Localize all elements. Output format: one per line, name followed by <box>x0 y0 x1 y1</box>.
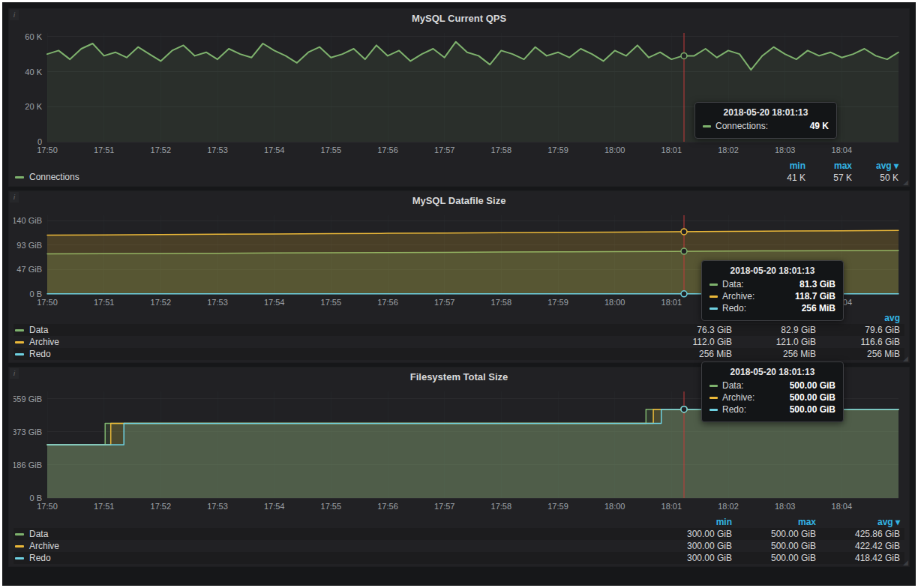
svg-text:17:55: 17:55 <box>321 146 342 154</box>
legend-stat-value: 500.00 GiB <box>736 552 820 564</box>
svg-text:20 K: 20 K <box>25 102 42 111</box>
panel-resize-handle[interactable]: ◢ <box>903 356 908 362</box>
legend-series-name: Data <box>29 325 48 335</box>
svg-text:140 GiB: 140 GiB <box>14 216 42 225</box>
panel-info-icon[interactable]: i <box>10 192 19 202</box>
graph-tooltip: 2018-05-20 18:01:13Connections:49 K <box>694 102 837 139</box>
legend-row: Data300.00 GiB500.00 GiB425.86 GiB <box>14 528 904 540</box>
legend-stat-header-min[interactable]: min <box>764 160 810 172</box>
legend-series-toggle[interactable]: Data <box>14 528 652 540</box>
svg-text:17:53: 17:53 <box>207 298 228 307</box>
tooltip-series-value: 118.7 GiB <box>784 291 836 302</box>
panel-resize-handle[interactable]: ◢ <box>903 560 908 566</box>
legend-stat-header-avg[interactable]: avg ▾ <box>856 160 903 172</box>
svg-text:186 GiB: 186 GiB <box>14 460 42 470</box>
panel-title[interactable]: MySQL Current QPS <box>14 9 904 27</box>
panel-mysql-current-qps: i MySQL Current QPS 17:5017:5117:5217:53… <box>8 8 910 187</box>
svg-text:17:58: 17:58 <box>491 146 512 154</box>
svg-text:18:00: 18:00 <box>604 298 626 307</box>
legend-series-toggle[interactable]: Data <box>14 324 652 336</box>
series-color-icon <box>15 545 24 548</box>
svg-text:18:01: 18:01 <box>662 146 682 154</box>
tooltip-series-label: Redo: <box>722 303 746 314</box>
panel-filesystem-total-size: i Filesystem Total Size 17:5017:5117:521… <box>8 367 910 567</box>
panel-info-icon[interactable]: i <box>10 368 19 379</box>
tooltip-series-row: Archive:118.7 GiB <box>710 291 836 302</box>
legend-series-toggle[interactable]: Connections <box>15 170 80 184</box>
legend-series-toggle[interactable]: Archive <box>14 540 652 552</box>
svg-text:17:53: 17:53 <box>207 502 228 511</box>
svg-text:18:01: 18:01 <box>662 502 682 511</box>
legend-series-name: Connections <box>29 172 80 182</box>
tooltip-series-label: Connections: <box>716 121 768 131</box>
legend-series-name: Redo <box>29 553 51 563</box>
series-color-icon <box>15 329 24 332</box>
svg-text:17:57: 17:57 <box>434 298 455 307</box>
series-color-icon <box>710 385 718 387</box>
tooltip-timestamp: 2018-05-20 18:01:13 <box>710 266 836 276</box>
panel-info-icon[interactable]: i <box>10 10 19 20</box>
svg-text:17:51: 17:51 <box>94 502 115 511</box>
tooltip-series-row: Data:81.3 GiB <box>710 279 836 290</box>
panel-title[interactable]: MySQL Datafile Size <box>14 191 904 209</box>
legend-stat-value: 256 MiB <box>652 348 736 360</box>
svg-text:17:58: 17:58 <box>491 502 512 511</box>
svg-text:17:59: 17:59 <box>548 502 568 511</box>
legend-series-toggle[interactable]: Redo <box>14 348 652 360</box>
svg-text:18:01: 18:01 <box>662 298 682 307</box>
legend-stat-value: 500.00 GiB <box>736 540 820 552</box>
tooltip-series-value: 500.00 GiB <box>779 404 836 415</box>
svg-text:17:56: 17:56 <box>377 298 398 307</box>
svg-text:18:02: 18:02 <box>718 502 739 511</box>
tooltip-series-label: Data: <box>722 279 744 290</box>
legend-stat-value: 57 K <box>810 172 856 184</box>
svg-text:18:03: 18:03 <box>775 146 796 154</box>
svg-text:17:52: 17:52 <box>151 298 172 307</box>
legend-stat-value: 256 MiB <box>820 348 904 360</box>
tooltip-series-label: Archive: <box>722 392 754 403</box>
legend-stat-value: 418.42 GiB <box>820 552 904 564</box>
legend-series-name: Redo <box>29 349 51 359</box>
series-color-icon <box>15 533 24 536</box>
series-color-icon <box>710 284 718 286</box>
tooltip-series-label: Redo: <box>722 404 746 415</box>
legend: Connectionsminmaxavg ▾41 K57 K50 K <box>14 160 904 184</box>
series-color-icon <box>710 397 718 399</box>
legend-stat-value: 79.6 GiB <box>820 324 904 336</box>
svg-text:17:50: 17:50 <box>37 502 58 511</box>
legend-row: Archive112.0 GiB121.0 GiB116.6 GiB <box>14 336 904 348</box>
grafana-dashboard: i MySQL Current QPS 17:5017:5117:5217:53… <box>2 2 916 586</box>
legend-row: Redo256 MiB256 MiB256 MiB <box>14 348 904 360</box>
tooltip-series-row: Connections:49 K <box>703 121 829 131</box>
legend-header-row: minmaxavg ▾ <box>14 516 904 528</box>
svg-text:17:54: 17:54 <box>264 146 285 154</box>
svg-text:17:55: 17:55 <box>321 502 342 511</box>
legend-stat-value: 116.6 GiB <box>820 336 904 348</box>
legend-stat-value: 500.00 GiB <box>736 528 820 540</box>
legend-stat-header-max[interactable]: max <box>810 160 856 172</box>
tooltip-timestamp: 2018-05-20 18:01:13 <box>703 107 829 118</box>
svg-text:17:50: 17:50 <box>37 298 58 307</box>
legend-stat-header-avg[interactable]: avg ▾ <box>820 516 904 528</box>
svg-text:17:54: 17:54 <box>264 298 285 307</box>
series-color-icon <box>15 176 24 178</box>
svg-text:17:51: 17:51 <box>94 146 115 154</box>
svg-text:18:04: 18:04 <box>832 502 853 511</box>
svg-text:17:56: 17:56 <box>377 146 398 154</box>
legend-stat-header-max[interactable]: max <box>736 516 820 528</box>
panel-resize-handle[interactable]: ◢ <box>903 179 908 186</box>
legend-series-toggle[interactable]: Archive <box>14 336 652 348</box>
legend-stat-header-min[interactable]: min <box>652 516 736 528</box>
tooltip-series-label: Data: <box>722 380 744 391</box>
svg-text:93 GiB: 93 GiB <box>16 241 42 250</box>
svg-text:47 GiB: 47 GiB <box>16 265 42 274</box>
tooltip-series-value: 256 MiB <box>791 303 836 314</box>
legend-stat-value: 425.86 GiB <box>820 528 904 540</box>
tooltip-series-value: 49 K <box>800 121 829 131</box>
tooltip-timestamp: 2018-05-20 18:01:13 <box>710 367 836 377</box>
svg-text:40 K: 40 K <box>25 68 42 76</box>
legend-series-name: Archive <box>29 337 59 347</box>
panel-mysql-datafile-size: i MySQL Datafile Size 17:5017:5117:5217:… <box>8 190 910 363</box>
svg-text:373 GiB: 373 GiB <box>14 428 42 436</box>
legend-series-toggle[interactable]: Redo <box>14 552 652 564</box>
